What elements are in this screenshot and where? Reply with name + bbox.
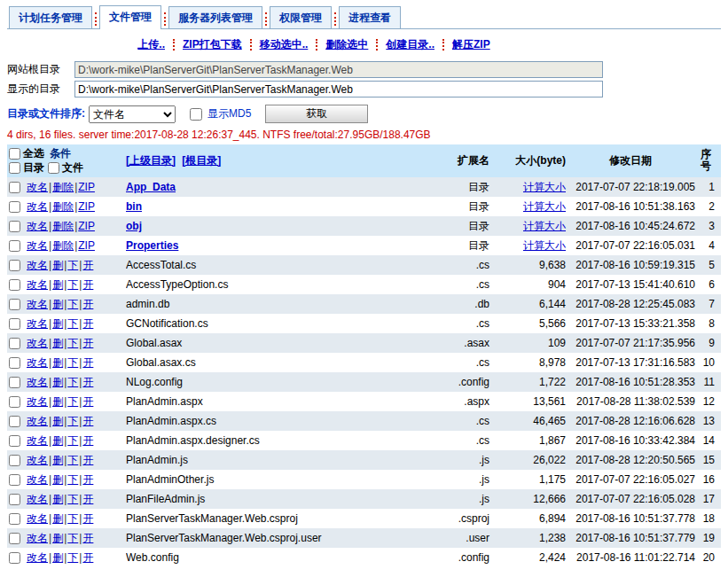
action-link[interactable]: 删: [52, 395, 63, 408]
action-link[interactable]: 改名: [27, 512, 48, 525]
calc-size-link[interactable]: 计算大小: [523, 239, 566, 252]
action-link[interactable]: 下: [67, 259, 78, 271]
action-link[interactable]: 下: [67, 376, 78, 388]
action-link[interactable]: 改名: [27, 259, 48, 271]
row-checkbox[interactable]: [9, 377, 20, 388]
toolbar-link-6[interactable]: 解压ZIP: [452, 37, 490, 52]
calc-size-link[interactable]: 计算大小: [523, 181, 566, 193]
action-link[interactable]: 删: [52, 259, 63, 271]
action-link[interactable]: ZIP: [78, 200, 95, 213]
row-checkbox[interactable]: [9, 474, 20, 486]
action-link[interactable]: 开: [82, 473, 93, 486]
action-link[interactable]: 改名: [27, 415, 48, 427]
action-link[interactable]: 开: [82, 278, 93, 291]
action-link[interactable]: 删: [52, 356, 63, 369]
action-link[interactable]: 删: [52, 298, 63, 310]
action-link[interactable]: ZIP: [78, 220, 95, 232]
action-link[interactable]: 删: [52, 376, 63, 388]
action-link[interactable]: 开: [82, 317, 93, 330]
action-link[interactable]: 删除: [52, 181, 74, 193]
action-link[interactable]: 删: [52, 512, 63, 525]
action-link[interactable]: 删: [52, 473, 63, 486]
action-link[interactable]: 删: [52, 551, 63, 564]
action-link[interactable]: 开: [82, 551, 93, 564]
select-all-checkbox[interactable]: [9, 148, 20, 160]
action-link[interactable]: 改名: [27, 317, 48, 330]
row-checkbox[interactable]: [9, 552, 20, 564]
parent-dir-link[interactable]: [上级目录]: [126, 154, 176, 167]
tab-item-1[interactable]: 计划任务管理: [9, 6, 92, 28]
action-link[interactable]: 下: [67, 278, 78, 291]
action-link[interactable]: 改名: [27, 298, 48, 310]
action-link[interactable]: 下: [67, 532, 78, 544]
toolbar-link-2[interactable]: ZIP打包下载: [183, 37, 242, 52]
action-link[interactable]: 开: [82, 376, 93, 388]
tab-item-4[interactable]: 权限管理: [270, 6, 332, 28]
action-link[interactable]: 改名: [27, 551, 48, 564]
action-link[interactable]: 下: [67, 395, 78, 408]
row-checkbox[interactable]: [9, 396, 20, 408]
row-checkbox[interactable]: [9, 182, 20, 193]
calc-size-link[interactable]: 计算大小: [523, 200, 566, 213]
action-link[interactable]: 下: [67, 493, 78, 505]
row-checkbox[interactable]: [9, 513, 20, 525]
action-link[interactable]: 改名: [27, 278, 48, 291]
action-link[interactable]: 改名: [27, 395, 48, 408]
action-link[interactable]: 删: [52, 493, 63, 505]
row-checkbox[interactable]: [9, 318, 20, 330]
action-link[interactable]: 下: [67, 415, 78, 427]
action-link[interactable]: 改名: [27, 220, 48, 232]
condition-link[interactable]: 条件: [50, 146, 71, 161]
toolbar-link-5[interactable]: 创建目录..: [386, 37, 434, 52]
action-link[interactable]: 改名: [27, 356, 48, 369]
tab-item-5[interactable]: 进程查看: [339, 6, 401, 28]
action-link[interactable]: 开: [82, 356, 93, 369]
action-link[interactable]: 改名: [27, 454, 48, 466]
action-link[interactable]: 开: [82, 512, 93, 525]
action-link[interactable]: 删除: [52, 200, 74, 213]
row-checkbox[interactable]: [9, 533, 20, 544]
toolbar-link-1[interactable]: 上传..: [137, 37, 165, 52]
action-link[interactable]: 下: [67, 317, 78, 330]
row-checkbox[interactable]: [9, 338, 20, 349]
action-link[interactable]: 改名: [27, 532, 48, 544]
action-link[interactable]: 下: [67, 434, 78, 447]
action-link[interactable]: 下: [67, 337, 78, 349]
action-link[interactable]: 删除: [52, 220, 74, 232]
action-link[interactable]: 下: [67, 551, 78, 564]
calc-size-link[interactable]: 计算大小: [523, 220, 566, 232]
action-link[interactable]: 开: [82, 454, 93, 466]
action-link[interactable]: 下: [67, 298, 78, 310]
root-dir-link[interactable]: [根目录]: [182, 154, 221, 167]
action-link[interactable]: 下: [67, 473, 78, 486]
action-link[interactable]: 删: [52, 278, 63, 291]
tab-item-3[interactable]: 服务器列表管理: [168, 6, 262, 28]
dir-name-link[interactable]: App_Data: [126, 181, 176, 193]
file-filter-checkbox[interactable]: [48, 162, 59, 174]
action-link[interactable]: ZIP: [78, 239, 95, 252]
toolbar-link-4[interactable]: 删除选中: [325, 37, 368, 52]
action-link[interactable]: 改名: [27, 473, 48, 486]
action-link[interactable]: 改名: [27, 434, 48, 447]
row-checkbox[interactable]: [9, 416, 20, 427]
action-link[interactable]: 下: [67, 512, 78, 525]
action-link[interactable]: 改名: [27, 376, 48, 388]
row-checkbox[interactable]: [9, 494, 20, 505]
action-link[interactable]: ZIP: [78, 181, 95, 193]
dir-name-link[interactable]: obj: [126, 220, 142, 232]
row-checkbox[interactable]: [9, 201, 20, 213]
action-link[interactable]: 删: [52, 337, 63, 349]
action-link[interactable]: 开: [82, 493, 93, 505]
row-checkbox[interactable]: [9, 221, 20, 232]
action-link[interactable]: 删除: [52, 239, 74, 252]
action-link[interactable]: 开: [82, 259, 93, 271]
sort-select[interactable]: 文件名: [89, 105, 176, 123]
action-link[interactable]: 改名: [27, 181, 48, 193]
action-link[interactable]: 删: [52, 317, 63, 330]
action-link[interactable]: 删: [52, 454, 63, 466]
row-checkbox[interactable]: [9, 357, 20, 369]
action-link[interactable]: 改名: [27, 200, 48, 213]
toolbar-link-3[interactable]: 移动选中..: [260, 37, 309, 52]
action-link[interactable]: 删: [52, 532, 63, 544]
fetch-button[interactable]: 获取: [265, 105, 368, 123]
